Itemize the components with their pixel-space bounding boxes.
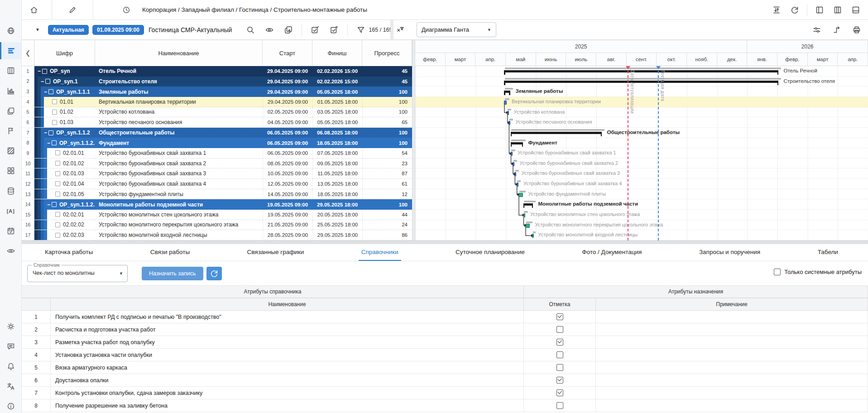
work-row[interactable]: 8−OP_syn.1.1.2.Фундамент06.05.2025 09:00… [22, 138, 412, 148]
grid-icon[interactable] [0, 162, 21, 179]
ref-row-checkbox[interactable] [556, 377, 563, 384]
summary-bar[interactable] [504, 70, 778, 72]
task-bar[interactable] [514, 172, 516, 176]
data-date-badge[interactable]: 01.09.2025 09:00 [92, 25, 144, 35]
tab-связи-работы[interactable]: Связи работы [148, 244, 192, 261]
collapse-node-toggle[interactable]: − [36, 68, 42, 74]
globe-icon[interactable] [0, 22, 21, 39]
ref-row-checkbox[interactable] [556, 313, 563, 320]
ref-row-checkbox[interactable] [556, 389, 563, 396]
home-icon[interactable] [26, 2, 42, 18]
row-checkbox[interactable] [52, 120, 57, 125]
info-icon[interactable] [0, 398, 21, 413]
panel-center-icon[interactable] [832, 4, 844, 16]
chat-icon[interactable] [0, 338, 21, 355]
clear-filter-icon[interactable] [394, 24, 406, 36]
refresh-icon[interactable] [789, 4, 801, 16]
funnel-icon[interactable] [355, 24, 367, 36]
version-dropdown-caret[interactable]: ▼ [35, 27, 40, 32]
work-row[interactable]: 1002.01.02Устройство буронабивных свай з… [22, 158, 412, 169]
link-icon[interactable] [831, 24, 843, 36]
only-system-checkbox[interactable] [774, 269, 781, 275]
column-header[interactable]: Старт [263, 40, 312, 66]
work-row[interactable]: 1−OP_synОтель Речной29.04.2025 09:0002.0… [22, 66, 412, 77]
history-clock-icon[interactable] [119, 2, 134, 18]
search-icon[interactable] [245, 24, 256, 36]
row-checkbox[interactable] [55, 192, 60, 197]
column-header[interactable]: Прогресс [362, 40, 412, 66]
refresh-button[interactable] [206, 267, 222, 280]
tab-фото-документация[interactable]: Фото / Документация [579, 244, 644, 261]
database-icon[interactable] [0, 182, 21, 200]
reference-row[interactable]: 8Получение разрешение на заливку бетона [22, 399, 868, 412]
tab-карточка-работы[interactable]: Карточка работы [42, 244, 96, 261]
summary-bar[interactable] [511, 142, 523, 144]
layers-icon[interactable] [0, 102, 21, 120]
vertical-splitter[interactable] [412, 40, 415, 240]
brightness-icon[interactable] [0, 318, 21, 335]
work-row[interactable]: 601.03Устройство песчаного основания04.0… [22, 117, 412, 128]
summary-bar[interactable] [504, 91, 510, 93]
assign-record-button[interactable]: Назначить запись [142, 267, 203, 280]
translate-icon[interactable] [0, 378, 21, 395]
version-badge[interactable]: Актуальная [48, 25, 89, 35]
eye-icon[interactable] [0, 242, 21, 259]
task-bar[interactable] [525, 224, 530, 228]
row-checkbox[interactable] [55, 212, 60, 217]
tab-табели[interactable]: Табели [815, 244, 841, 261]
row-checkbox[interactable] [48, 89, 53, 94]
ref-row-checkbox[interactable] [556, 351, 563, 358]
collapse-node-toggle[interactable]: − [46, 140, 52, 146]
tab-связанные-графики[interactable]: Связанные графики [245, 244, 307, 261]
work-row[interactable]: 1202.01.04Устройство буронабивных свай з… [22, 179, 412, 189]
row-checkbox[interactable] [52, 110, 57, 115]
row-checkbox[interactable] [42, 69, 47, 74]
task-bar[interactable] [507, 111, 509, 115]
copy-icon[interactable] [283, 24, 294, 36]
column-header[interactable]: Финиш [312, 40, 362, 66]
work-row[interactable]: 1102.01.03Устройство буронабивных свай з… [22, 168, 412, 179]
collapse-node-toggle[interactable]: − [39, 78, 45, 85]
ref-row-checkbox[interactable] [556, 339, 563, 346]
task-bar[interactable] [513, 162, 514, 166]
row-checkbox[interactable] [55, 171, 60, 176]
summary-bar[interactable] [504, 81, 778, 83]
tab-суточное-планирование[interactable]: Суточное планирование [453, 244, 528, 261]
ref-row-checkbox[interactable] [556, 402, 563, 409]
work-row[interactable]: 2−OP_syn.1Строительство отеля29.04.2025 … [22, 77, 412, 87]
work-row[interactable]: 401.01Вертикальная планировка территории… [22, 97, 412, 107]
assign-check-icon[interactable] [309, 24, 321, 36]
row-checkbox[interactable] [55, 161, 60, 166]
ref-row-checkbox[interactable] [556, 364, 563, 371]
collapse-node-toggle[interactable]: − [43, 89, 48, 95]
task-bar[interactable] [518, 193, 523, 197]
task-bar[interactable] [511, 152, 513, 156]
row-checkbox[interactable] [52, 202, 57, 207]
board-icon[interactable] [0, 62, 21, 79]
row-checkbox[interactable] [55, 233, 60, 238]
reference-row[interactable]: 1Получить комплект РД с подписью и печат… [22, 311, 868, 323]
work-row[interactable]: 1502.02.01Устройство монолитных стен цок… [22, 210, 412, 220]
row-checkbox[interactable] [48, 130, 53, 135]
flag-icon[interactable] [0, 122, 21, 139]
tab-запросы-и-поручения[interactable]: Запросы и поручения [696, 244, 763, 261]
eye-icon[interactable] [264, 24, 275, 36]
work-row[interactable]: 902.01.01Устройство буронабивных свай за… [22, 148, 412, 158]
bracket-a-icon[interactable]: [A] [0, 202, 21, 220]
reference-row[interactable]: 3Разметка участка работ под опалубку [22, 336, 868, 349]
work-row[interactable]: 1702.02.03Устройство монолитной входной … [22, 230, 412, 240]
task-bar[interactable] [508, 121, 510, 125]
panel-left-icon[interactable] [814, 4, 825, 16]
task-bar[interactable] [517, 182, 518, 187]
chart-icon[interactable] [0, 82, 21, 100]
reference-select[interactable]: Справочник Чек-лист по монолитны ▼ [27, 265, 128, 282]
row-checkbox[interactable] [52, 99, 57, 104]
collapse-node-toggle[interactable]: − [43, 130, 48, 136]
row-checkbox[interactable] [52, 140, 57, 145]
collapse-table-button[interactable]: ❮ [22, 40, 34, 66]
sliders-icon[interactable] [811, 24, 823, 36]
row-checkbox[interactable] [45, 79, 50, 84]
edit-icon[interactable] [65, 2, 80, 18]
reference-row[interactable]: 6Доустановка опалки [22, 374, 868, 387]
tab-справочники[interactable]: Справочники [359, 244, 401, 261]
